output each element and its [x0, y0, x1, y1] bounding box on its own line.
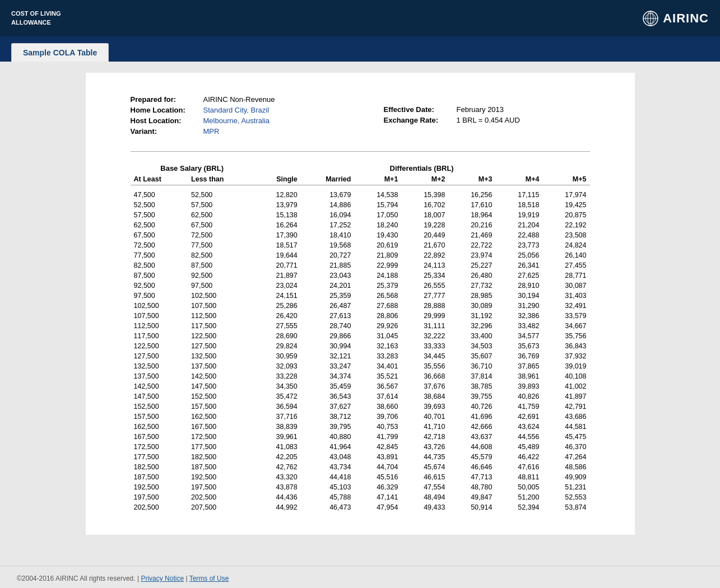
- table-cell: 20,619: [354, 240, 401, 250]
- table-row: 167,500172,50039,96140,88041,79942,71843…: [131, 432, 590, 442]
- table-cell: 36,567: [354, 381, 401, 391]
- table-cell: 57,500: [188, 200, 254, 210]
- table-cell: 87,500: [188, 260, 254, 270]
- table-cell: 29,926: [354, 321, 401, 331]
- table-cell: 97,500: [131, 291, 188, 301]
- table-cell: 19,430: [354, 230, 401, 240]
- tab-sample-cola[interactable]: Sample COLA Table: [11, 43, 109, 62]
- table-cell: 30,089: [448, 301, 495, 311]
- table-cell: 43,726: [401, 442, 448, 452]
- table-cell: 36,710: [448, 361, 495, 371]
- table-cell: 36,769: [495, 351, 542, 361]
- table-cell: 27,613: [301, 311, 355, 321]
- table-cell: 172,500: [188, 432, 254, 442]
- table-cell: 19,644: [254, 250, 301, 260]
- table-cell: 182,500: [188, 452, 254, 462]
- table-cell: 32,491: [542, 301, 589, 311]
- table-cell: 24,188: [354, 270, 401, 281]
- table-cell: 41,710: [401, 422, 448, 432]
- table-cell: 31,111: [401, 321, 448, 331]
- table-cell: 41,759: [495, 402, 542, 412]
- table-cell: 50,914: [448, 502, 495, 512]
- table-cell: 82,500: [131, 260, 188, 270]
- table-cell: 44,735: [401, 452, 448, 462]
- table-cell: 21,204: [495, 220, 542, 230]
- table-cell: 47,713: [448, 472, 495, 482]
- table-cell: 29,866: [301, 331, 355, 341]
- table-cell: 132,500: [188, 351, 254, 361]
- table-cell: 34,401: [354, 361, 401, 371]
- table-row: 117,500122,50028,69029,86631,04532,22233…: [131, 331, 590, 341]
- table-cell: 27,777: [401, 291, 448, 301]
- table-cell: 46,370: [542, 442, 589, 452]
- airinc-logo-icon: [643, 11, 658, 26]
- info-right: Effective Date: February 2013 Exchange R…: [361, 95, 590, 138]
- table-row: 107,500112,50026,42027,61328,80629,99931…: [131, 311, 590, 321]
- table-cell: 137,500: [188, 361, 254, 371]
- table-cell: 38,684: [401, 391, 448, 402]
- table-cell: 39,693: [401, 402, 448, 412]
- table-cell: 30,959: [254, 351, 301, 361]
- table-cell: 32,222: [401, 331, 448, 341]
- home-location-label: Home Location:: [131, 106, 203, 114]
- col-m3: M+3: [448, 174, 495, 185]
- table-cell: 46,646: [448, 462, 495, 472]
- table-cell: 21,469: [448, 230, 495, 240]
- table-cell: 29,824: [254, 341, 301, 351]
- table-cell: 39,961: [254, 432, 301, 442]
- table-cell: 34,577: [495, 331, 542, 341]
- table-cell: 21,885: [301, 260, 355, 270]
- table-row: 57,50062,50015,13816,09417,05018,00718,9…: [131, 210, 590, 220]
- table-cell: 52,500: [188, 190, 254, 200]
- table-row: 97,500102,50024,15125,35926,56827,77728,…: [131, 291, 590, 301]
- table-cell: 32,386: [495, 311, 542, 321]
- table-cell: 47,554: [401, 482, 448, 492]
- home-location-row: Home Location: Standard City, Brazil: [131, 106, 359, 114]
- effective-date-value: February 2013: [457, 105, 504, 114]
- table-cell: 177,500: [131, 452, 188, 462]
- table-cell: 39,893: [495, 381, 542, 391]
- table-cell: 23,508: [542, 230, 589, 240]
- table-cell: 127,500: [188, 341, 254, 351]
- table-cell: 49,847: [448, 492, 495, 502]
- host-location-label: Host Location:: [131, 116, 203, 125]
- table-cell: 16,256: [448, 190, 495, 200]
- table-cell: 24,201: [301, 281, 355, 291]
- table-cell: 46,422: [495, 452, 542, 462]
- table-cell: 42,791: [542, 402, 589, 412]
- table-cell: 46,329: [354, 482, 401, 492]
- section-divider: [131, 151, 590, 152]
- table-cell: 30,194: [495, 291, 542, 301]
- table-cell: 13,979: [254, 200, 301, 210]
- table-cell: 18,517: [254, 240, 301, 250]
- table-cell: 132,500: [131, 361, 188, 371]
- table-cell: 35,556: [401, 361, 448, 371]
- table-cell: 152,500: [188, 391, 254, 402]
- table-row: 52,50057,50013,97914,88615,79416,70217,6…: [131, 200, 590, 210]
- table-body: 47,50052,50012,82013,67914,53815,39816,2…: [131, 190, 590, 512]
- table-cell: 202,500: [188, 492, 254, 502]
- table-cell: 39,706: [354, 412, 401, 422]
- table-cell: 87,500: [131, 270, 188, 281]
- col-m2: M+2: [401, 174, 448, 185]
- privacy-notice-link[interactable]: Privacy Notice: [141, 575, 184, 582]
- table-cell: 34,445: [401, 351, 448, 361]
- table-row: 142,500147,50034,35035,45936,56737,67638…: [131, 381, 590, 391]
- table-cell: 15,794: [354, 200, 401, 210]
- table-cell: 34,350: [254, 381, 301, 391]
- table-cell: 18,007: [401, 210, 448, 220]
- table-cell: 40,753: [354, 422, 401, 432]
- table-row: 147,500152,50035,47236,54337,61438,68439…: [131, 391, 590, 402]
- table-row: 162,500167,50038,83939,79540,75341,71042…: [131, 422, 590, 432]
- table-cell: 27,625: [495, 270, 542, 281]
- terms-of-use-link[interactable]: Terms of Use: [189, 575, 229, 582]
- table-cell: 33,333: [401, 341, 448, 351]
- table-cell: 33,400: [448, 331, 495, 341]
- table-cell: 52,553: [542, 492, 589, 502]
- table-cell: 12,820: [254, 190, 301, 200]
- table-cell: 62,500: [188, 210, 254, 220]
- table-cell: 31,192: [448, 311, 495, 321]
- table-cell: 112,500: [188, 311, 254, 321]
- table-cell: 30,087: [542, 281, 589, 291]
- home-location-value: Standard City, Brazil: [203, 106, 270, 114]
